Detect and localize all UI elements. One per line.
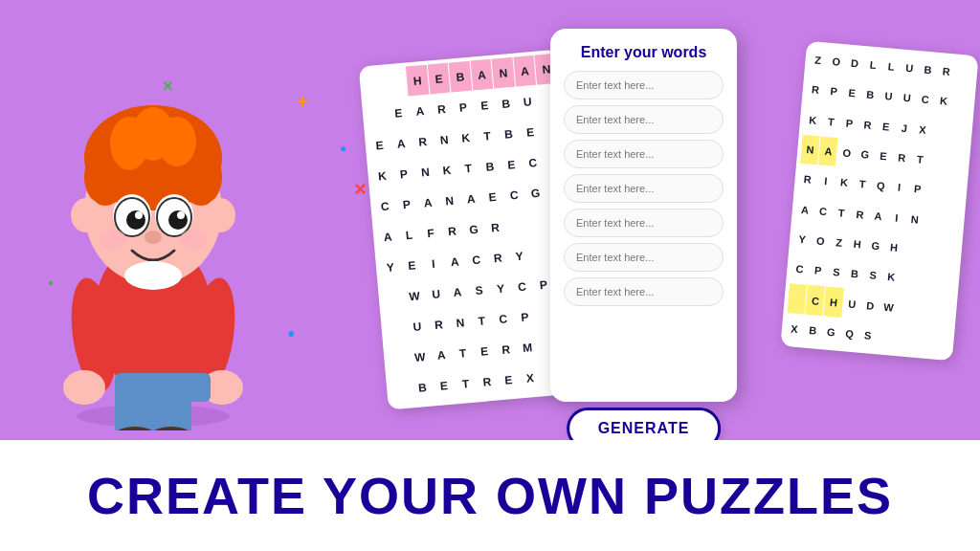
word-input-2[interactable]	[564, 105, 724, 134]
deco-dot-2: ●	[340, 142, 346, 155]
deco-cross-2: ×	[354, 177, 367, 202]
word-input-4[interactable]	[564, 174, 724, 203]
svg-point-18	[135, 211, 143, 219]
svg-point-22	[180, 230, 207, 249]
word-input-7[interactable]	[564, 277, 724, 306]
deco-plus-1: +	[297, 91, 308, 113]
top-section: × × × + ● ● ● ● ●	[0, 0, 980, 440]
svg-point-11	[205, 198, 235, 232]
main-container: × × × + ● ● ● ● ●	[0, 0, 980, 551]
svg-point-19	[177, 211, 185, 219]
card-heading: Enter your words	[564, 44, 724, 61]
word-input-1[interactable]	[564, 71, 724, 99]
svg-point-20	[145, 231, 162, 244]
svg-rect-30	[151, 387, 191, 430]
right-word-search-card: ZODLLUBR RPEBUUCK KTPREJX NAOGERT RIKTQI…	[780, 41, 978, 361]
word-input-6[interactable]	[564, 243, 724, 272]
svg-point-9	[158, 117, 196, 166]
word-input-5[interactable]	[564, 209, 724, 237]
word-input-3[interactable]	[564, 140, 724, 168]
svg-point-26	[63, 370, 105, 405]
svg-point-23	[124, 261, 182, 290]
deco-dot-5: ●	[287, 325, 295, 341]
generate-button[interactable]: GENERATE	[567, 408, 722, 440]
svg-rect-29	[115, 387, 155, 430]
character-illustration	[29, 19, 278, 430]
bottom-section: CREATE YOUR OWN PUZZLES	[0, 440, 980, 551]
center-word-input-card: Enter your words GENERATE	[550, 29, 737, 402]
svg-point-21	[100, 230, 126, 249]
page-title: CREATE YOUR OWN PUZZLES	[87, 466, 893, 525]
svg-point-10	[71, 198, 101, 232]
